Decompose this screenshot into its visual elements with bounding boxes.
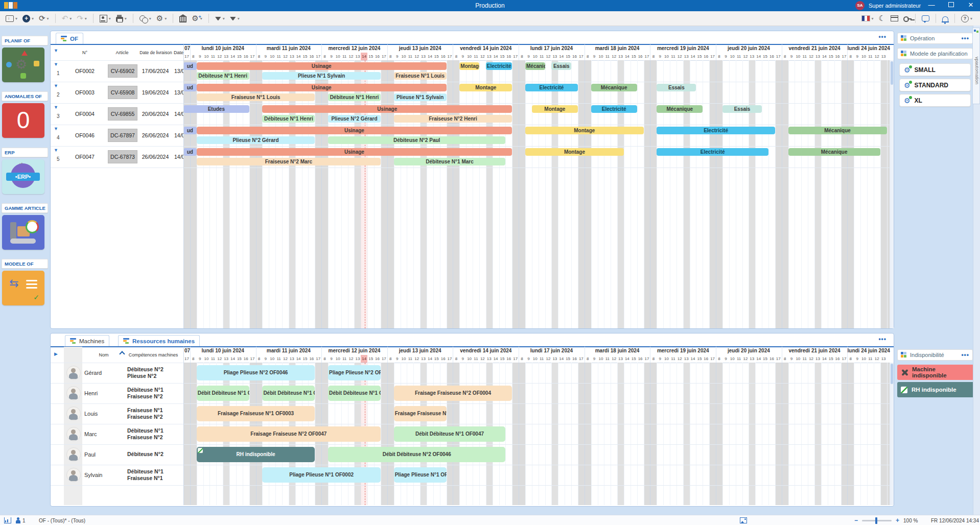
gantt-bar-usinage[interactable]: Usinage bbox=[197, 127, 512, 134]
gantt-bar-essais[interactable]: Essais bbox=[657, 84, 696, 91]
gantt-bar-montage[interactable]: Montage bbox=[525, 148, 624, 156]
maximize-button[interactable] bbox=[942, 0, 960, 11]
planning-model-xl[interactable]: ⚙XL bbox=[899, 94, 971, 107]
gantt-bar-usinage[interactable]: Usinage bbox=[197, 84, 447, 91]
minimize-button[interactable]: — bbox=[923, 0, 940, 11]
gantt-bar-plieuse[interactable]: Plieuse N°2 Gérard bbox=[197, 136, 315, 144]
gantt-bar-mecanique[interactable]: Mécanique bbox=[657, 105, 703, 113]
row-expand-toggle[interactable]: ▼ bbox=[54, 84, 58, 88]
undo-button[interactable]: ↶▾ bbox=[59, 12, 75, 25]
bank-button[interactable] bbox=[177, 12, 189, 25]
tab-of[interactable]: OF bbox=[56, 33, 83, 44]
of-table-row[interactable]: ▼3OF0004CV-6985520/06/202414/0 bbox=[51, 103, 183, 125]
gantt-bar-debiteuse[interactable]: Débit Débiteuse N°1 OF00 bbox=[328, 386, 381, 401]
status-image-icon[interactable] bbox=[740, 515, 747, 525]
gantt-bar-fraiseuse[interactable]: Fraiseuse N°1 Louis bbox=[197, 93, 315, 101]
gantt-bar-montage[interactable]: Montage bbox=[459, 84, 512, 91]
gantt-bar-plieuse[interactable]: Pliage Plieuse N°1 OF0003 bbox=[394, 467, 447, 483]
gantt-bar-electricite[interactable]: Electricité bbox=[525, 84, 578, 91]
row-expand-toggle[interactable]: ▼ bbox=[54, 127, 58, 131]
gantt-bar-plieuse[interactable]: Plieuse N°2 Gérard bbox=[328, 115, 381, 123]
expand-all-toggle[interactable]: ▼ bbox=[54, 49, 58, 53]
gantt-bar-rh[interactable]: RH indisponible bbox=[197, 447, 315, 462]
refresh-button[interactable]: ⟳▾ bbox=[36, 12, 52, 25]
gantt-bar-debiteuse[interactable]: Débit Débiteuse N°1 OF0047 bbox=[394, 426, 506, 442]
sidebar-tile-planif[interactable]: ⚙ bbox=[2, 47, 44, 82]
key-button[interactable] bbox=[901, 12, 912, 25]
resource-row[interactable]: SylvainDébiteuse N°1 Fraiseuse N°1 bbox=[51, 465, 183, 485]
gantt-bar-etudes[interactable]: ud bbox=[183, 62, 197, 70]
resource-row[interactable]: GérardDébiteuse N°2 Plieuse N°2 bbox=[51, 363, 183, 383]
stamp-export-button[interactable]: ▾ bbox=[97, 12, 113, 25]
gantt-bar-electricite[interactable]: Electricité bbox=[486, 62, 512, 70]
gantt-bar-montage[interactable]: Montage bbox=[532, 105, 578, 113]
user-name[interactable]: Super administrateur bbox=[869, 3, 921, 9]
funnel2-button[interactable]: ▾ bbox=[227, 12, 242, 25]
gantt-bar-debiteuse[interactable]: Débit Débiteuse N°2 OF0046 bbox=[328, 447, 505, 462]
unavailability-panel-header[interactable]: Indisponibilité ••• bbox=[897, 349, 973, 361]
gantt-bar-etudes[interactable]: ud bbox=[183, 127, 197, 134]
row-expand-toggle[interactable]: ▼ bbox=[54, 105, 58, 110]
side-tab-vpautomation[interactable]: vpautomation bbox=[972, 28, 980, 104]
gantt-bar-electricite[interactable]: Electricité bbox=[657, 127, 775, 134]
of-panel-menu-button[interactable]: ••• bbox=[878, 33, 886, 40]
tab-ressources-humaines[interactable]: Ressources humaines bbox=[118, 335, 200, 346]
resources-panel-menu-button[interactable]: ••• bbox=[878, 336, 886, 343]
resource-row[interactable]: PaulDébiteuse N°2 bbox=[51, 444, 183, 465]
chat-button[interactable] bbox=[919, 12, 932, 25]
gantt-bar-electricite[interactable]: Electricité bbox=[657, 148, 768, 156]
gantt-bar-plieuse[interactable]: Plieuse N°1 Sylvain bbox=[262, 72, 381, 80]
gantt-bar-plieuse[interactable]: Pliage Plieuse N°2 OF0004 bbox=[328, 365, 381, 380]
zoom-out-button[interactable]: − bbox=[854, 517, 858, 524]
tab-machines[interactable]: Machines bbox=[65, 335, 109, 346]
gantt-bar-mecanique[interactable]: Mécanique bbox=[591, 84, 637, 91]
bell-button[interactable] bbox=[940, 12, 951, 25]
window-button[interactable] bbox=[888, 12, 901, 25]
gantt-bar-fraiseuse[interactable]: Fraisage Fraiseuse N°2 OF0004 bbox=[394, 386, 512, 401]
gantt-bar-debiteuse[interactable]: Débiteuse N°2 Paul bbox=[328, 136, 505, 144]
gantt-bar-debiteuse[interactable]: Débiteuse N°1 Henri bbox=[197, 72, 249, 80]
sidebar-tile-gamme[interactable] bbox=[2, 215, 44, 250]
gantt-bar-usinage[interactable]: Usinage bbox=[197, 62, 447, 70]
print-button[interactable]: ▾ bbox=[113, 12, 129, 25]
sidebar-tile-modele[interactable]: ⇆✓ bbox=[2, 271, 44, 305]
zoom-slider[interactable] bbox=[862, 520, 892, 521]
gantt-bar-essais[interactable]: Essais bbox=[551, 62, 571, 70]
gantt-bar-plieuse[interactable]: Pliage Plieuse N°1 OF0002 bbox=[262, 467, 381, 483]
moon-button[interactable]: ☾ bbox=[876, 12, 888, 25]
of-table-row[interactable]: ▼5OF0047DC-6787326/06/202414/0 bbox=[51, 146, 183, 168]
sidebar-tile-anomalies-count[interactable]: 0 bbox=[2, 103, 44, 138]
gantt-bar-fraiseuse[interactable]: Fraiseuse N°1 Louis bbox=[394, 72, 447, 80]
gantt-bar-usinage[interactable]: Usinage bbox=[197, 148, 512, 156]
gantt-bar-debiteuse[interactable]: Débiteuse N°1 Henri bbox=[262, 115, 315, 123]
gantt-bar-usinage[interactable]: Usinage bbox=[262, 105, 512, 113]
window-export-button[interactable]: ▾ bbox=[3, 12, 20, 25]
operation-panel-header[interactable]: Opération ••• bbox=[897, 33, 973, 44]
gantt-bar-fraiseuse[interactable]: Fraiseuse N°2 Marc bbox=[197, 158, 381, 165]
planning-model-small[interactable]: ⚙SMALL bbox=[899, 63, 971, 76]
gantt-bar-debiteuse[interactable]: Débiteuse N°1 Marc bbox=[394, 158, 506, 165]
zoom-in-button[interactable]: + bbox=[896, 517, 899, 524]
user-avatar[interactable]: SA bbox=[855, 1, 865, 10]
gantt-bar-debiteuse[interactable]: Débiteuse N°1 Henri bbox=[328, 93, 381, 101]
help-button[interactable]: ?▾ bbox=[959, 12, 975, 25]
gantt-bar-montage[interactable]: Montage bbox=[525, 127, 644, 134]
funnel-button[interactable]: ▾ bbox=[213, 12, 227, 25]
gantt-bar-fraiseuse[interactable]: Fraisage Fraiseuse N°1 OF( bbox=[394, 406, 447, 421]
gantt-bar-debiteuse[interactable]: Débit Débiteuse N°1 OF00 bbox=[262, 386, 315, 401]
gantt-bar-plieuse[interactable]: Pliage Plieuse N°2 OF0046 bbox=[197, 365, 315, 380]
scrollbar-thumb[interactable] bbox=[891, 61, 893, 85]
sidebar-tile-erp[interactable]: ⚙•ERP• bbox=[2, 159, 44, 194]
machine-unavailable-button[interactable]: Machine indisponible bbox=[897, 365, 975, 380]
gear-plus-button[interactable]: ⚙▾ bbox=[189, 12, 204, 25]
close-button[interactable]: ✕ bbox=[962, 0, 980, 11]
vertical-scrollbar[interactable] bbox=[890, 60, 894, 328]
gantt-bar-mecanique[interactable]: Mécanique bbox=[788, 148, 880, 156]
row-expand-toggle[interactable]: ▼ bbox=[54, 148, 58, 153]
gantt-bar-essais[interactable]: Essais bbox=[722, 105, 762, 113]
scrollbar-thumb[interactable] bbox=[891, 364, 893, 384]
unavailability-menu-button[interactable]: ••• bbox=[961, 351, 969, 359]
gear-button[interactable]: ⚙▾ bbox=[154, 12, 169, 25]
resource-row[interactable]: MarcDébiteuse N°1 Fraiseuse N°2 bbox=[51, 424, 183, 444]
gantt-bar-fraiseuse[interactable]: Fraiseuse N°2 Henri bbox=[394, 115, 512, 123]
